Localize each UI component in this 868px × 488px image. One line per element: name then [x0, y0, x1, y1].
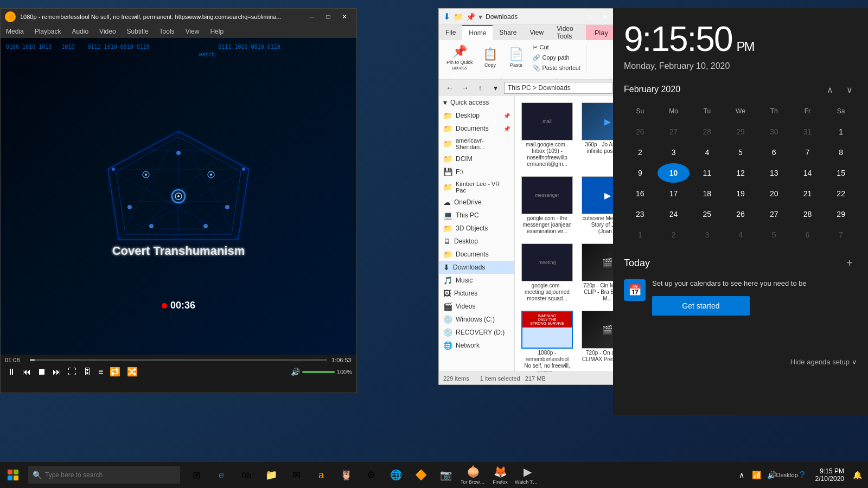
- vlc-prev-button[interactable]: ⏮: [20, 366, 33, 378]
- cal-day-3[interactable]: 3: [658, 143, 690, 162]
- back-button[interactable]: ←: [443, 81, 456, 94]
- search-input[interactable]: [45, 471, 176, 479]
- cal-day-11[interactable]: 11: [691, 163, 723, 183]
- cal-day-10-today[interactable]: 10: [658, 163, 690, 183]
- cal-day-23[interactable]: 23: [624, 204, 656, 224]
- ribbon-tab-share[interactable]: Share: [493, 25, 523, 40]
- vlc-maximize-button[interactable]: □: [321, 11, 336, 22]
- cal-day-1-next[interactable]: 1: [624, 225, 656, 245]
- cal-day-4[interactable]: 4: [691, 143, 723, 162]
- cal-day-6-next[interactable]: 6: [792, 225, 824, 245]
- explorer-close-button[interactable]: ✕: [597, 11, 612, 22]
- cal-day-27[interactable]: 27: [758, 204, 790, 224]
- cal-day-13[interactable]: 13: [758, 163, 790, 183]
- vlc-fullscreen-button[interactable]: ⛶: [66, 366, 79, 378]
- sidebar-item-kimber[interactable]: 📁 Kimber Lee - VR Pac: [439, 178, 514, 196]
- vlc-menu-subtitle[interactable]: Subtitle: [124, 27, 152, 36]
- cal-day-1[interactable]: 1: [825, 122, 857, 142]
- cal-day-15[interactable]: 15: [825, 163, 857, 183]
- paste-shortcut-button[interactable]: 📎 Paste shortcut: [531, 63, 583, 73]
- start-button[interactable]: [0, 462, 26, 488]
- cal-day-4-next[interactable]: 4: [724, 225, 757, 245]
- cal-day-17[interactable]: 17: [658, 184, 690, 203]
- file-item-6[interactable]: 🎬 720p - Cin Man (18) CLIP - Bra Begs fo…: [579, 241, 617, 304]
- file-item-3[interactable]: messenger google.com - the messenger joa…: [519, 174, 575, 237]
- cal-day-26[interactable]: 26: [724, 204, 757, 224]
- taskbar-search-container[interactable]: 🔍: [28, 466, 180, 484]
- vlc-video[interactable]: 0100 1010 1010 1010 0111 1010 0010 0110 …: [1, 38, 356, 355]
- cal-prev-button[interactable]: ∧: [822, 82, 838, 97]
- camera-button[interactable]: 📷: [434, 462, 458, 488]
- cal-day-29-prev[interactable]: 29: [724, 122, 757, 142]
- vlc-menu-audio[interactable]: Audio: [68, 27, 92, 36]
- file-item-1[interactable]: mail mail.google.com - Inbox (109) - nos…: [519, 100, 575, 170]
- mail-button[interactable]: ✉: [284, 462, 308, 488]
- cal-day-29[interactable]: 29: [825, 204, 857, 224]
- cal-day-19[interactable]: 19: [724, 184, 757, 203]
- sidebar-item-desktop[interactable]: 📁 Desktop 📌: [439, 109, 514, 122]
- cal-day-21[interactable]: 21: [792, 184, 824, 203]
- vlc-close-button[interactable]: ✕: [337, 11, 352, 22]
- vlc-pause-button[interactable]: ⏸: [5, 366, 18, 378]
- cut-button[interactable]: ✂ Cut: [531, 43, 583, 52]
- cal-day-2-next[interactable]: 2: [658, 225, 690, 245]
- vlc-playlist-button[interactable]: ≡: [96, 366, 105, 378]
- play-button[interactable]: Play: [586, 25, 617, 40]
- cal-day-30-prev[interactable]: 30: [758, 122, 790, 142]
- sidebar-item-onedrive[interactable]: ☁ OneDrive: [439, 196, 514, 209]
- cal-day-9[interactable]: 9: [624, 163, 656, 183]
- sidebar-item-pictures[interactable]: 🖼 Pictures: [439, 287, 514, 300]
- vlc-shuffle-button[interactable]: 🔀: [125, 365, 140, 378]
- vlc-menu-tools[interactable]: Tools: [156, 27, 178, 36]
- tripadvisor-button[interactable]: 🦉: [334, 462, 358, 488]
- explorer-taskbar-button[interactable]: 📁: [259, 462, 283, 488]
- vlc-menu-media[interactable]: Media: [3, 27, 27, 36]
- vlc-minimize-button[interactable]: ─: [304, 11, 320, 22]
- taskbar-clock[interactable]: 9:15 PM 2/10/2020: [811, 467, 848, 483]
- cal-day-18[interactable]: 18: [691, 184, 723, 203]
- cal-day-7-next[interactable]: 7: [825, 225, 857, 245]
- sidebar-item-recovery-d[interactable]: 💿 RECOVERY (D:): [439, 326, 514, 339]
- sidebar-item-documents[interactable]: 📁 Documents 📌: [439, 122, 514, 135]
- cal-day-31-prev[interactable]: 31: [792, 122, 824, 142]
- ribbon-tab-file[interactable]: File: [439, 25, 462, 40]
- delete-button[interactable]: 🗑 Delete ▾: [489, 75, 514, 79]
- cal-day-20[interactable]: 20: [758, 184, 790, 203]
- file-item-2[interactable]: ▶ 360p - Jo Arc vs. J infinite possibili…: [579, 100, 617, 170]
- cal-day-6[interactable]: 6: [758, 143, 790, 162]
- cal-day-25[interactable]: 25: [691, 204, 723, 224]
- cal-day-3-next[interactable]: 3: [691, 225, 723, 245]
- edge-button[interactable]: e: [209, 462, 233, 488]
- network-tray-icon[interactable]: 📶: [750, 468, 763, 481]
- file-item-5[interactable]: meeting google.com - meeting adjourned m…: [519, 241, 575, 304]
- up-button[interactable]: ↑: [474, 81, 487, 94]
- sidebar-item-videos[interactable]: 🎬 Videos: [439, 300, 514, 313]
- sidebar-item-3d-objects[interactable]: 📁 3D Objects: [439, 222, 514, 235]
- explorer-minimize-button[interactable]: ─: [565, 11, 580, 22]
- vlc-menu-playback[interactable]: Playback: [31, 27, 65, 36]
- cal-next-button[interactable]: ∨: [842, 82, 857, 97]
- task-view-button[interactable]: ⊞: [184, 462, 208, 488]
- cal-day-24[interactable]: 24: [658, 204, 690, 224]
- cal-day-5-next[interactable]: 5: [758, 225, 790, 245]
- sidebar-item-network[interactable]: 🌐 Network: [439, 339, 514, 352]
- cal-day-16[interactable]: 16: [624, 184, 656, 203]
- firefox-button[interactable]: 🦊 Firefox: [487, 462, 513, 488]
- vlc-menu-help[interactable]: Help: [207, 27, 227, 36]
- forward-button[interactable]: →: [458, 81, 471, 94]
- sidebar-item-f-drive[interactable]: 💾 F:\: [439, 165, 514, 178]
- watch-red-pill-button[interactable]: ▶ Watch The Red Pill 20...: [514, 462, 540, 488]
- properties-button[interactable]: ℹ Properties: [542, 75, 571, 79]
- cal-day-2[interactable]: 2: [624, 143, 656, 162]
- new-button[interactable]: 📁 New ▾: [516, 75, 540, 79]
- cal-day-8[interactable]: 8: [825, 143, 857, 162]
- vlc-loop-button[interactable]: 🔁: [107, 365, 123, 378]
- cal-day-5[interactable]: 5: [724, 143, 757, 162]
- vlc-extended-button[interactable]: 🎛: [81, 366, 94, 378]
- sidebar-item-desktop2[interactable]: 🖥 Desktop: [439, 235, 514, 248]
- ribbon-tab-video-tools[interactable]: Video Tools: [550, 25, 586, 40]
- file-item-8[interactable]: 🎬 720p - On all time CLIMAX Prestige 2..…: [579, 309, 617, 371]
- cal-day-14[interactable]: 14: [792, 163, 824, 183]
- cal-day-26-prev[interactable]: 26: [624, 122, 656, 142]
- cal-day-12[interactable]: 12: [724, 163, 757, 183]
